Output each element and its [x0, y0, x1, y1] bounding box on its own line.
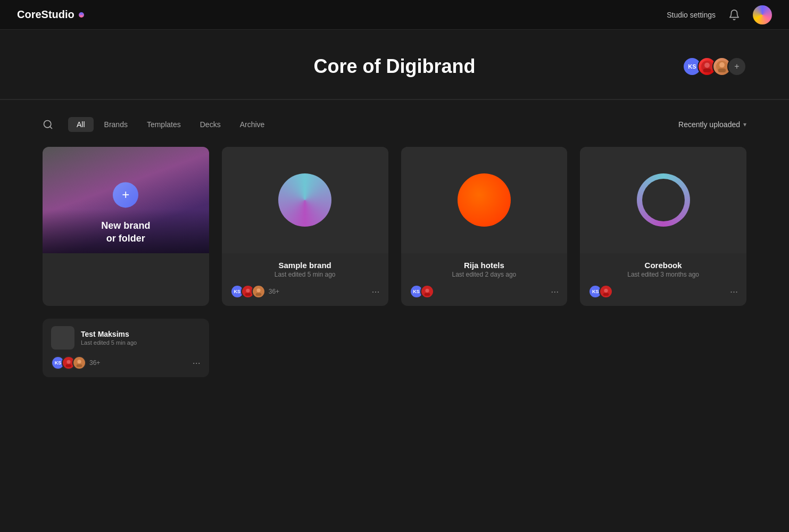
svg-point-18	[604, 289, 608, 293]
rija-orb-icon	[458, 173, 511, 227]
test-maksims-avatars: KS	[51, 356, 86, 370]
card-avatar-3	[252, 285, 265, 298]
sample-brand-meta: KS 36+ ···	[230, 285, 380, 298]
new-brand-card[interactable]: + New brandor folder	[43, 147, 209, 306]
main-content: All Brands Templates Decks Archive Recen…	[0, 100, 789, 394]
svg-rect-10	[245, 293, 251, 296]
tm-avatar-3	[72, 356, 86, 370]
svg-rect-22	[66, 364, 72, 367]
svg-rect-25	[77, 364, 82, 367]
test-maksims-info: Test Maksims Last edited 5 min ago	[81, 330, 137, 346]
sample-brand-card[interactable]: Sample brand Last edited 5 min ago KS	[222, 147, 388, 306]
studio-settings-button[interactable]: Studio settings	[667, 11, 716, 19]
nav-right: Studio settings	[667, 5, 772, 24]
sample-brand-name: Sample brand	[230, 261, 380, 270]
tab-archive[interactable]: Archive	[231, 117, 273, 132]
sample-brand-avatars: KS	[230, 285, 265, 298]
hero-section: Core of Digibrand KS +	[0, 30, 789, 99]
corebook-meta: KS ···	[588, 285, 738, 298]
corebook-card[interactable]: Corebook Last edited 3 months ago KS ···	[580, 147, 746, 306]
rija-more-button[interactable]: ···	[551, 287, 559, 296]
corebook-avatars: KS	[588, 285, 613, 298]
search-button[interactable]	[43, 119, 53, 130]
rija-avatars: KS	[410, 285, 434, 298]
top-nav: CoreStudio Studio settings	[0, 0, 789, 30]
hero-avatar-group: KS +	[683, 57, 746, 76]
svg-rect-16	[424, 293, 430, 296]
svg-rect-5	[718, 69, 726, 72]
test-maksims-name: Test Maksims	[81, 330, 137, 338]
svg-rect-2	[703, 69, 711, 72]
tab-brands[interactable]: Brands	[96, 117, 136, 132]
test-maksims-thumbnail	[51, 326, 74, 350]
corebook-ring-icon	[637, 173, 690, 227]
test-maksims-meta: KS 36+ ···	[51, 356, 201, 370]
svg-point-1	[704, 63, 710, 68]
tab-all[interactable]: All	[68, 117, 94, 132]
new-brand-overlay: New brandor folder	[43, 209, 209, 253]
second-row: Test Maksims Last edited 5 min ago KS	[43, 319, 746, 377]
sort-dropdown[interactable]: Recently uploaded ▾	[678, 120, 746, 129]
svg-rect-13	[255, 293, 261, 296]
test-maksims-more-button[interactable]: ···	[193, 358, 201, 368]
new-brand-thumbnail: + New brandor folder	[43, 147, 209, 253]
test-maksims-top: Test Maksims Last edited 5 min ago	[51, 326, 201, 350]
logo-dot-icon	[79, 12, 84, 18]
sample-brand-thumbnail	[222, 147, 388, 253]
sample-brand-count: 36+	[269, 288, 279, 295]
filter-left: All Brands Templates Decks Archive	[43, 117, 273, 132]
corebook-name: Corebook	[588, 261, 738, 270]
test-maksims-count: 36+	[89, 359, 100, 367]
brand-orb-icon	[278, 173, 331, 227]
rija-thumbnail	[401, 147, 568, 253]
svg-point-21	[67, 360, 70, 364]
sample-brand-more-button[interactable]: ···	[371, 287, 379, 296]
svg-point-24	[77, 360, 81, 363]
new-brand-label: New brandor folder	[51, 220, 201, 245]
collaborator-avatars: KS +	[683, 57, 746, 76]
svg-point-9	[246, 289, 250, 293]
rija-name: Rija hotels	[410, 261, 559, 270]
corebook-more-button[interactable]: ···	[730, 287, 738, 296]
tab-decks[interactable]: Decks	[192, 117, 229, 132]
page-title: Core of Digibrand	[314, 55, 476, 78]
app-logo[interactable]: CoreStudio	[17, 9, 84, 21]
user-avatar[interactable]	[753, 5, 772, 24]
rija-subtitle: Last edited 2 days ago	[410, 271, 559, 278]
chevron-down-icon: ▾	[743, 121, 746, 128]
tab-templates[interactable]: Templates	[138, 117, 189, 132]
sample-brand-subtitle: Last edited 5 min ago	[230, 271, 380, 278]
app-name: CoreStudio	[17, 9, 74, 21]
corebook-subtitle: Last edited 3 months ago	[588, 271, 738, 278]
corebook-footer: Corebook Last edited 3 months ago KS ···	[580, 253, 746, 306]
svg-line-7	[50, 127, 52, 129]
filter-tabs: All Brands Templates Decks Archive	[68, 117, 273, 132]
test-maksims-card[interactable]: Test Maksims Last edited 5 min ago KS	[43, 319, 209, 377]
bell-icon[interactable]	[728, 9, 740, 21]
corebook-thumbnail	[580, 147, 746, 253]
sample-brand-footer: Sample brand Last edited 5 min ago KS	[222, 253, 388, 306]
svg-point-12	[256, 288, 260, 292]
svg-rect-19	[603, 293, 609, 296]
rija-hotels-card[interactable]: Rija hotels Last edited 2 days ago KS ··…	[401, 147, 568, 306]
filter-bar: All Brands Templates Decks Archive Recen…	[43, 117, 746, 132]
card-grid: + New brandor folder Sample brand Last e…	[43, 147, 746, 306]
rija-avatar-2	[420, 285, 434, 298]
plus-icon: +	[113, 182, 138, 207]
svg-point-15	[425, 289, 429, 293]
corebook-avatar-2	[599, 285, 613, 298]
svg-point-4	[719, 62, 725, 68]
rija-meta: KS ···	[410, 285, 559, 298]
test-maksims-subtitle: Last edited 5 min ago	[81, 339, 137, 346]
rija-footer: Rija hotels Last edited 2 days ago KS ··…	[401, 253, 568, 306]
sort-label: Recently uploaded	[678, 120, 740, 129]
add-collaborator-button[interactable]: +	[727, 57, 746, 76]
